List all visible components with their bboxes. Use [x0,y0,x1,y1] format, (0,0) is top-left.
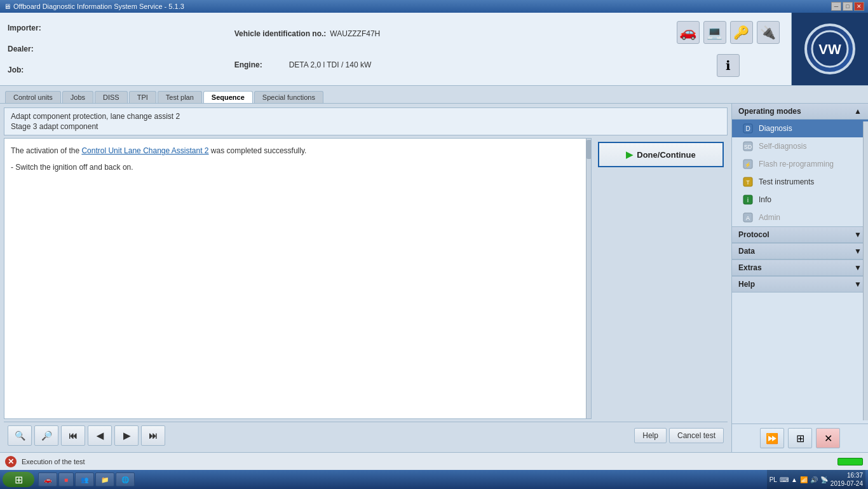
help-header[interactable]: Help ▼ [732,276,868,293]
extras-header[interactable]: Extras ▼ [732,259,868,276]
engine-row: Engine: DETA 2,0 l TDI / 140 kW [234,60,657,69]
help-label: Help [738,280,755,289]
folder-icon: 📁 [101,476,109,483]
operating-modes-header[interactable]: Operating modes ▲ [732,104,868,120]
car-icon-button[interactable]: 🚗 [677,21,700,44]
protocol-header[interactable]: Protocol ▼ [732,226,868,243]
message-action-row: The activation of the Control Unit Lane … [4,138,728,419]
titlebar: 🖥 Offboard Diagnostic Information System… [0,0,868,13]
info-icon: i [742,194,754,205]
next-button[interactable]: ▶ [114,425,139,446]
play-icon: ▶ [626,149,633,160]
sidebar-item-instruments[interactable]: T Test instruments [732,173,868,191]
minimize-button[interactable]: ─ [831,2,841,11]
engine-label: Engine: [234,60,285,69]
diagnosis-icon: D [742,123,754,134]
job-row: Job: [8,65,219,74]
content-column: Adapt component protection, lane change … [0,104,731,452]
taskbar-app-car[interactable]: 🚗 [38,472,57,486]
first-button[interactable]: ⏮ [61,425,85,446]
tab-tpi[interactable]: TPI [129,91,156,103]
action-panel: ▶ Done/Continue [594,138,728,419]
close-button[interactable]: ✕ [854,2,864,11]
extras-expand-icon: ▼ [854,263,862,272]
keyboard-icon: ⌨ [780,476,789,483]
cancel-test-button[interactable]: Cancel test [669,428,724,443]
time-date: 16:37 2019-07-24 [831,471,863,488]
message-scrollbar[interactable] [586,139,591,418]
vw-logo: VW [804,24,855,74]
tab-diss[interactable]: DISS [95,91,128,103]
sidebar-scrollbar[interactable] [863,121,868,420]
time-value: 16:37 [831,471,863,479]
titlebar-text: Offboard Diagnostic Information System S… [13,3,184,10]
start-button[interactable]: ⊞ [3,472,34,487]
svg-text:⚡: ⚡ [745,162,751,168]
message-area: The activation of the Control Unit Lane … [4,138,592,419]
maximize-button[interactable]: □ [843,2,853,11]
status-green-bar [837,458,863,465]
flash-icon: ⚡ [742,158,754,170]
taskbar-app-folder[interactable]: 📁 [95,472,114,486]
sidebar-item-admin[interactable]: A Admin [732,209,868,226]
tab-special-functions[interactable]: Special functions [254,91,323,103]
protocol-label: Protocol [738,230,770,239]
message-link[interactable]: Control Unit Lane Change Assistant 2 [81,146,208,155]
scrollbar-thumb[interactable] [587,140,592,159]
taskbar-app-network[interactable]: 🌐 [116,472,135,486]
info-label: Info [759,195,771,204]
lang-indicator: PL [770,476,777,483]
team-icon: 👥 [81,476,88,483]
taskbar-app-red[interactable]: ■ [58,472,74,486]
vw-logo-svg: VW [811,30,849,68]
tab-sequence[interactable]: Sequence [203,91,253,103]
zoom-button[interactable]: 🔎 [34,425,58,446]
vehicle-id-label: Vehicle identification no.: [234,29,327,38]
task-subtitle: Stage 3 adapt component [11,122,721,131]
data-header[interactable]: Data ▼ [732,243,868,259]
transfer-icon-button[interactable]: 💻 [703,21,726,44]
sidebar: Operating modes ▲ D Diagnosis SD Self-di… [731,104,868,452]
done-continue-button[interactable]: ▶ Done/Continue [598,142,724,167]
statusbar: ✕ Execution of the test [0,452,868,470]
self-diagnosis-label: Self-diagnosis [759,142,806,151]
help-expand-icon: ▼ [854,280,862,289]
tab-test-plan[interactable]: Test plan [158,91,202,103]
message-instruction: - Switch the ignition off and back on. [11,162,585,173]
svg-text:T: T [746,179,750,186]
info-icon-button[interactable]: ℹ [717,54,740,77]
protocol-expand-icon: ▼ [854,230,862,239]
vehicle-id-value: WAUZZZF47H [330,29,380,38]
sidebar-close-button[interactable]: ✕ [816,428,840,448]
app-icon: 🖥 [4,3,11,10]
tab-control-units[interactable]: Control units [5,91,61,103]
key-icon-button[interactable]: 🔑 [730,21,753,44]
signal-icon: 📡 [820,476,828,483]
task-title: Adapt component protection, lane change … [11,112,721,121]
sidebar-item-flash[interactable]: ⚡ Flash re-programming [732,155,868,173]
search-button[interactable]: 🔍 [8,425,32,446]
usb-icon-button[interactable]: 🔌 [757,21,780,44]
admin-label: Admin [759,213,780,222]
sidebar-expand-button[interactable]: ⊞ [788,428,812,448]
sidebar-item-diagnosis[interactable]: D Diagnosis [732,120,868,137]
sidebar-item-self-diagnosis[interactable]: SD Self-diagnosis [732,137,868,155]
header-center: Vehicle identification no.: WAUZZZF47H E… [227,13,665,85]
tab-jobs[interactable]: Jobs [62,91,93,103]
sidebar-forward-button[interactable]: ⏩ [760,428,784,448]
message-line-1: The activation of the Control Unit Lane … [11,145,585,156]
importer-label: Importer: [8,24,58,32]
taskbar-app-team[interactable]: 👥 [75,472,94,486]
titlebar-title: 🖥 Offboard Diagnostic Information System… [4,3,184,10]
network-tray-icon: 📶 [800,476,808,483]
last-button[interactable]: ⏭ [141,425,165,446]
prev-button[interactable]: ◀ [88,425,112,446]
network-icon: 🌐 [121,476,129,483]
help-button[interactable]: Help [634,428,667,443]
header-left: Importer: Dealer: Job: [0,13,227,85]
sidebar-item-info[interactable]: i Info [732,191,868,209]
bottom-toolbar: 🔍 🔎 ⏮ ◀ ▶ ⏭ Help Cancel test [4,422,728,448]
status-message: Execution of the test [22,458,85,465]
arrow-icon: ▲ [791,476,797,483]
volume-icon: 🔊 [810,476,818,483]
